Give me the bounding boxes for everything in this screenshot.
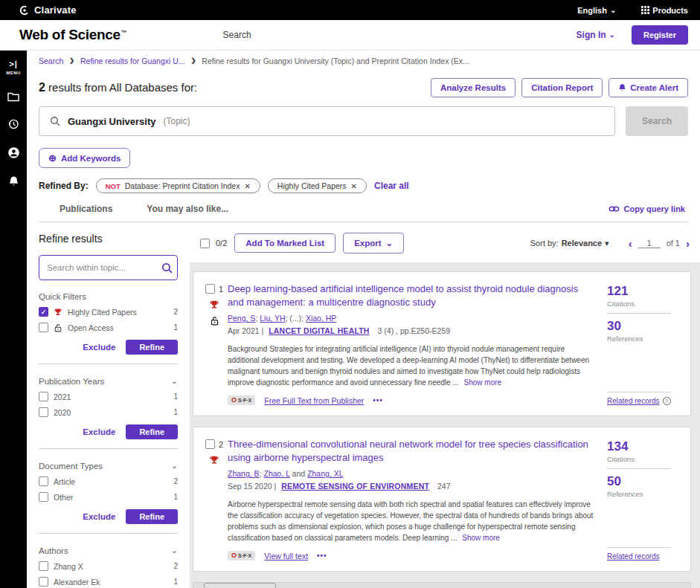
- language-selector[interactable]: English ⌄: [577, 6, 616, 15]
- author-checkbox[interactable]: [39, 561, 48, 571]
- exclude-link[interactable]: Exclude: [83, 427, 115, 436]
- sfx-badge[interactable]: O S·F·X: [228, 551, 255, 560]
- year-2020-checkbox[interactable]: [39, 407, 48, 417]
- citation-report-button[interactable]: Citation Report: [521, 78, 603, 97]
- filter-row-article: Article 2: [39, 476, 178, 486]
- related-records-link[interactable]: Related records: [607, 552, 660, 560]
- search-query-value: Guangxi University: [68, 116, 155, 127]
- search-button[interactable]: Search: [626, 106, 688, 136]
- search-history-icon[interactable]: [7, 118, 19, 130]
- citations-count[interactable]: 134: [607, 439, 680, 454]
- journal-link[interactable]: REMOTE SENSING OF ENVIRONMENT: [281, 482, 429, 491]
- page-number-input[interactable]: [638, 239, 661, 248]
- refine-button[interactable]: Refine: [126, 509, 178, 524]
- chevron-down-icon[interactable]: ⌄: [171, 461, 178, 471]
- filter-label[interactable]: Article: [54, 477, 75, 486]
- chevron-down-icon[interactable]: ⌄: [171, 546, 178, 555]
- result-title-link[interactable]: Deep learning-based artificial intellige…: [228, 282, 595, 308]
- sort-label: Sort by:: [530, 239, 559, 248]
- author-link[interactable]: Zhang, B: [228, 469, 260, 478]
- sign-in-label: Sign In: [577, 30, 606, 40]
- author-separator: and: [290, 469, 307, 478]
- more-options-icon[interactable]: •••: [373, 396, 383, 404]
- chevron-down-icon[interactable]: ⌄: [171, 376, 178, 386]
- top-pagination: ‹ of 1 ›: [629, 238, 690, 249]
- prev-page-icon[interactable]: ‹: [629, 238, 632, 249]
- filter-chip-database[interactable]: NOT Database: Preprint Citation Index ✕: [96, 178, 260, 193]
- search-within-topic-input[interactable]: [47, 263, 161, 272]
- exclude-link[interactable]: Exclude: [83, 512, 115, 521]
- help-icon[interactable]: ?: [663, 397, 671, 405]
- show-more-link[interactable]: Show more: [464, 378, 502, 387]
- sfx-badge[interactable]: O S·F·X: [228, 395, 255, 405]
- section-label: Publication Years: [39, 377, 104, 386]
- tab-publications[interactable]: Publications: [60, 204, 112, 214]
- sort-by-dropdown[interactable]: Sort by: Relevance ▾: [530, 239, 609, 248]
- author-link[interactable]: Peng, S: [228, 314, 255, 323]
- web-of-science-logo[interactable]: Web of Science™: [19, 27, 126, 43]
- sign-in-menu[interactable]: Sign In ⌄: [577, 30, 615, 40]
- alerts-bell-icon[interactable]: [8, 175, 19, 187]
- next-page-icon[interactable]: ›: [686, 238, 690, 249]
- other-checkbox[interactable]: [39, 492, 48, 502]
- analyze-results-button[interactable]: Analyze Results: [431, 78, 516, 97]
- nav-search-item[interactable]: Search: [223, 30, 251, 40]
- add-keywords-button[interactable]: ⊕ Add Keywords: [39, 148, 130, 168]
- search-within-topic-box[interactable]: [39, 255, 178, 280]
- search-query-field[interactable]: Guangxi University (Topic): [39, 106, 615, 136]
- add-to-marked-list-button[interactable]: Add To Marked List: [234, 233, 335, 253]
- export-button[interactable]: Export ⌄: [343, 233, 404, 253]
- filter-label[interactable]: 2021: [54, 392, 71, 401]
- chevron-down-icon: ⌄: [386, 238, 394, 248]
- journal-link[interactable]: LANCET DIGITAL HEALTH: [269, 326, 369, 335]
- page-size-dropdown[interactable]: Page size 50 ⌄: [204, 583, 276, 588]
- highly-cited-checkbox[interactable]: [39, 307, 48, 317]
- more-options-icon[interactable]: •••: [317, 552, 327, 560]
- filter-label[interactable]: Highly Cited Papers: [68, 308, 137, 317]
- breadcrumb-search[interactable]: Search: [39, 56, 63, 65]
- references-count[interactable]: 50: [607, 474, 680, 489]
- result-title-link[interactable]: Three-dimensional convolutional neural n…: [228, 438, 595, 464]
- filter-label[interactable]: Alexander Ek: [54, 578, 100, 587]
- author-link[interactable]: Zhao, L: [263, 469, 289, 478]
- filter-chip-highly-cited[interactable]: Highly Cited Papers ✕: [268, 178, 367, 193]
- author-link[interactable]: Zhang, XL: [307, 469, 343, 478]
- close-icon[interactable]: ✕: [244, 182, 250, 190]
- filter-label[interactable]: Open Access: [68, 323, 114, 332]
- marked-list-folder-icon[interactable]: [7, 91, 19, 102]
- references-count[interactable]: 30: [607, 319, 680, 334]
- search-icon: [50, 116, 60, 126]
- refine-button[interactable]: Refine: [126, 340, 178, 355]
- clear-all-link[interactable]: Clear all: [374, 181, 409, 191]
- free-full-text-link[interactable]: Free Full Text from Publisher: [264, 396, 364, 405]
- result-checkbox[interactable]: [205, 284, 215, 294]
- menu-toggle[interactable]: >|: [9, 59, 18, 68]
- year-2021-checkbox[interactable]: [39, 392, 48, 401]
- copy-query-link[interactable]: Copy query link: [609, 204, 688, 213]
- register-button[interactable]: Register: [632, 25, 688, 45]
- filter-label[interactable]: Other: [54, 493, 73, 502]
- trophy-icon: [209, 300, 219, 310]
- related-records-link[interactable]: Related records: [607, 397, 660, 405]
- refine-button[interactable]: Refine: [126, 424, 178, 439]
- products-menu[interactable]: Products: [641, 6, 688, 15]
- result-checkbox[interactable]: [205, 439, 215, 449]
- author-link[interactable]: Xiao, HP: [306, 314, 336, 323]
- tab-you-may-also-like[interactable]: You may also like...: [147, 204, 228, 214]
- breadcrumb-refine-short[interactable]: Refine results for Guangxi U...: [80, 56, 185, 65]
- citations-count[interactable]: 121: [607, 284, 680, 299]
- breadcrumb-separator-icon: ❯: [191, 57, 196, 64]
- close-icon[interactable]: ✕: [351, 182, 357, 190]
- filter-label[interactable]: 2020: [54, 408, 71, 417]
- view-full-text-link[interactable]: View full text: [264, 552, 308, 560]
- article-checkbox[interactable]: [39, 476, 48, 486]
- create-alert-button[interactable]: Create Alert: [609, 78, 688, 97]
- open-access-checkbox[interactable]: [39, 323, 48, 332]
- author-checkbox[interactable]: [39, 577, 48, 587]
- show-more-link[interactable]: Show more: [462, 534, 500, 542]
- filter-label[interactable]: Zhang X: [54, 562, 83, 571]
- account-icon[interactable]: [7, 146, 20, 159]
- exclude-link[interactable]: Exclude: [83, 343, 115, 352]
- author-link[interactable]: Liu, YH: [260, 314, 285, 323]
- select-all-checkbox[interactable]: [200, 239, 210, 248]
